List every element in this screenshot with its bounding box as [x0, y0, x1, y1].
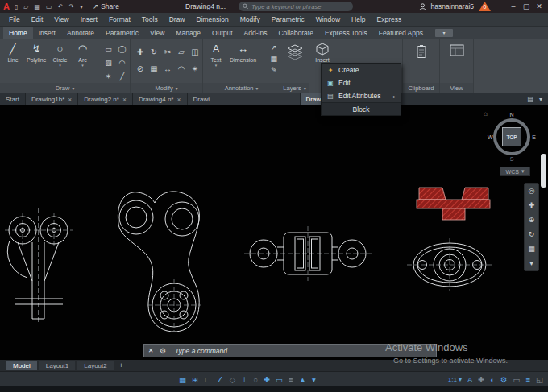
qat-tool-icon[interactable]: ▭: [46, 3, 52, 10]
modify-tool-icon[interactable]: ◫: [191, 47, 198, 56]
close-icon[interactable]: ✕: [68, 97, 72, 102]
ribbon-tab[interactable]: Add-ins: [239, 27, 273, 39]
modify-tool-icon[interactable]: ✚: [137, 47, 143, 56]
ribbon-tab[interactable]: Express Tools: [319, 27, 373, 39]
drawing-tab[interactable]: Drawing2 n* ✕: [78, 93, 133, 105]
panel-label-view[interactable]: View: [440, 83, 473, 93]
status-toggle-icon[interactable]: ▲: [299, 372, 306, 387]
layout-tab[interactable]: Model: [6, 361, 37, 370]
menu-item[interactable]: Help: [346, 15, 371, 23]
status-toggle-icon[interactable]: ∠: [217, 372, 224, 387]
draw-tool-icon[interactable]: ▨: [105, 59, 112, 67]
menu-item[interactable]: Format: [103, 15, 136, 23]
close-icon[interactable]: ✕: [176, 97, 181, 102]
autocad-logo-icon[interactable]: A: [3, 0, 10, 13]
modify-tool-icon[interactable]: ⊘: [137, 64, 143, 73]
layout-tab[interactable]: Layout2: [77, 361, 113, 370]
menu-item-edit-attributes[interactable]: ▤ Edit Attributes ▸: [322, 89, 401, 102]
maximize-button[interactable]: ▢: [520, 0, 533, 13]
share-button[interactable]: ↗ Share: [93, 2, 119, 10]
status-tool-icon[interactable]: A: [467, 372, 472, 387]
menu-item[interactable]: Express: [372, 15, 408, 23]
ribbon-tab[interactable]: Parametric: [100, 27, 144, 39]
status-tool-icon[interactable]: ◱: [536, 372, 543, 387]
username[interactable]: hasnainnarai5: [431, 2, 474, 10]
customize-icon[interactable]: ⚙: [157, 347, 168, 355]
panel-label-layers[interactable]: Layers ▾: [280, 83, 309, 93]
wcs-selector[interactable]: WCS ▾: [500, 167, 530, 176]
navigation-tool-icon[interactable]: ↻: [529, 230, 535, 238]
ribbon-tab[interactable]: Manage: [170, 27, 206, 39]
tab-list-icon[interactable]: ▤: [527, 96, 533, 103]
ribbon-tab[interactable]: View: [144, 27, 170, 39]
search-box[interactable]: [239, 2, 353, 11]
status-tool-icon[interactable]: ⚙: [500, 372, 508, 387]
menu-item-edit[interactable]: ▣ Edit: [322, 76, 401, 89]
qat-tool-icon[interactable]: ↷: [68, 3, 74, 10]
draw-tool-icon[interactable]: ▭: [105, 45, 112, 53]
status-toggle-icon[interactable]: ○: [253, 372, 258, 387]
clipboard-icon[interactable]: [416, 44, 427, 62]
panel-label-annotation[interactable]: Annotation ▾: [203, 83, 280, 93]
chevron-down-icon[interactable]: ▾: [539, 96, 542, 103]
ribbon-tool-button[interactable]: A Text ▾: [205, 40, 227, 68]
view-icon[interactable]: [450, 44, 464, 60]
viewcube-east[interactable]: E: [532, 134, 536, 140]
qat-tool-icon[interactable]: ▾: [80, 3, 83, 10]
new-layout-button[interactable]: +: [119, 361, 123, 369]
qat-tool-icon[interactable]: ▯: [15, 3, 18, 10]
viewcube-north[interactable]: N: [509, 112, 513, 118]
status-tool-icon[interactable]: ▭: [513, 372, 520, 387]
layout-tab[interactable]: Layout1: [39, 361, 75, 370]
panel-label-draw[interactable]: Draw ▾: [0, 83, 130, 93]
modify-tool-icon[interactable]: ✂: [164, 47, 171, 56]
close-icon[interactable]: ✕: [122, 97, 127, 102]
status-toggle-icon[interactable]: ▾: [312, 372, 316, 387]
annotation-tool-icon[interactable]: ✎: [271, 66, 277, 74]
drawing-tab[interactable]: Start: [0, 93, 26, 105]
navigation-tool-icon[interactable]: ▦: [528, 245, 535, 253]
status-toggle-icon[interactable]: ▦: [179, 372, 186, 387]
annotation-scale[interactable]: 1:1 ▾: [448, 376, 462, 383]
menu-item[interactable]: Edit: [26, 15, 49, 23]
ribbon-tab[interactable]: Annotate: [61, 27, 100, 39]
drawing-tab[interactable]: Drawing4 n* ✕: [133, 93, 188, 105]
menu-item[interactable]: File: [3, 15, 26, 23]
status-toggle-icon[interactable]: ▭: [276, 372, 283, 387]
drawing-tab[interactable]: Drawi: [188, 93, 301, 105]
status-toggle-icon[interactable]: ≡: [289, 372, 293, 387]
menu-item[interactable]: Insert: [75, 15, 103, 23]
ribbon-tab[interactable]: Insert: [33, 27, 61, 39]
modify-tool-icon[interactable]: ◠: [178, 64, 185, 73]
status-tool-icon[interactable]: ≡: [525, 372, 530, 387]
status-toggle-icon[interactable]: ⊥: [241, 372, 247, 387]
layers-icon[interactable]: [286, 44, 304, 64]
ribbon-tool-button[interactable]: ↔ Dimension: [227, 40, 259, 68]
ribbon-tool-button[interactable]: ◠ Arc ▾: [72, 40, 94, 68]
draw-tool-icon[interactable]: ✶: [106, 72, 112, 80]
modify-tool-icon[interactable]: ▦: [150, 64, 157, 73]
menu-item[interactable]: Parametric: [266, 15, 310, 23]
alert-badge[interactable]: 0: [479, 2, 491, 11]
menu-item[interactable]: Window: [310, 15, 346, 23]
ribbon-options-icon[interactable]: ▾: [435, 29, 453, 37]
panel-label-clipboard[interactable]: Clipboard: [403, 83, 439, 93]
menu-item[interactable]: View: [48, 15, 74, 23]
modify-tool-icon[interactable]: ✴: [192, 64, 198, 73]
viewcube-west[interactable]: W: [488, 134, 493, 140]
ribbon-tool-button[interactable]: ╱ Line: [2, 40, 24, 68]
close-icon[interactable]: ✕: [144, 347, 157, 354]
draw-tool-icon[interactable]: ◯: [118, 45, 126, 53]
status-toggle-icon[interactable]: ◇: [230, 372, 235, 387]
menu-item[interactable]: Tools: [136, 15, 164, 23]
drawing-tab[interactable]: Drawing1b* ✕: [26, 93, 78, 105]
panel-label-modify[interactable]: Modify ▾: [131, 83, 202, 93]
ribbon-tool-button[interactable]: ↯ Polyline: [24, 40, 49, 68]
annotation-tool-icon[interactable]: ▦: [270, 55, 277, 63]
vertical-scrollbar-thumb[interactable]: [541, 154, 546, 188]
ribbon-tab[interactable]: Output: [206, 27, 239, 39]
status-toggle-icon[interactable]: ⊞: [192, 372, 198, 387]
ribbon-tab[interactable]: Collaborate: [272, 27, 318, 39]
navigation-tool-icon[interactable]: ⊕: [529, 216, 535, 224]
close-button[interactable]: ✕: [533, 0, 546, 13]
